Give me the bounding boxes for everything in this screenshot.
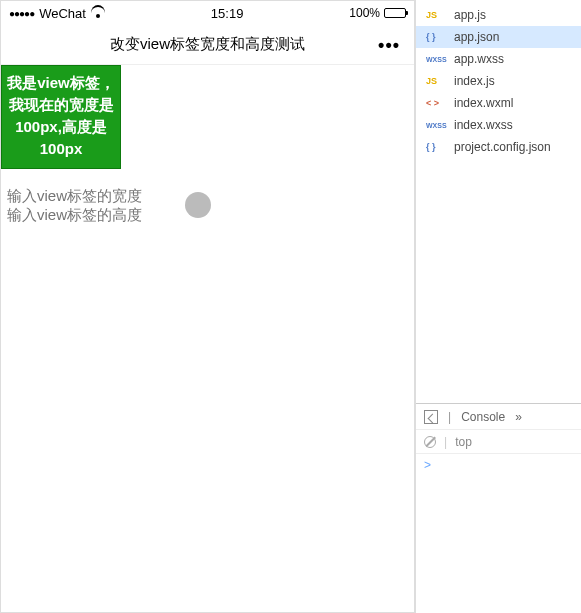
carrier-label: WeChat: [39, 6, 86, 21]
file-item[interactable]: < >index.wxml: [416, 92, 581, 114]
console-prompt: >: [424, 458, 431, 472]
touch-indicator-icon: [185, 192, 211, 218]
file-item[interactable]: WXSSindex.wxss: [416, 114, 581, 136]
file-name: app.wxss: [454, 52, 504, 66]
battery-percent: 100%: [349, 6, 380, 20]
page-title: 改变view标签宽度和高度测试: [110, 35, 305, 54]
file-tree: JSapp.js{ }app.jsonWXSSapp.wxssJSindex.j…: [416, 0, 581, 403]
file-type-icon: < >: [426, 98, 448, 108]
file-item[interactable]: { }project.config.json: [416, 136, 581, 158]
demo-view-box: 我是view标签，我现在的宽度是100px,高度是100px: [1, 65, 121, 169]
page-nav-bar: 改变view标签宽度和高度测试 •••: [1, 25, 414, 65]
file-name: index.js: [454, 74, 495, 88]
phone-status-bar: ●●●●● WeChat 15:19 100%: [1, 1, 414, 25]
wifi-icon: [91, 8, 105, 18]
file-type-icon: JS: [426, 10, 448, 20]
clock-label: 15:19: [211, 6, 244, 21]
file-item[interactable]: { }app.json: [416, 26, 581, 48]
more-tabs-icon[interactable]: »: [515, 410, 522, 424]
file-item[interactable]: JSapp.js: [416, 4, 581, 26]
console-filter-bar: | top: [416, 430, 581, 454]
page-content: 我是view标签，我现在的宽度是100px,高度是100px: [1, 65, 414, 223]
file-name: index.wxss: [454, 118, 513, 132]
file-item[interactable]: JSindex.js: [416, 70, 581, 92]
file-type-icon: { }: [426, 32, 448, 42]
clear-console-icon[interactable]: [424, 436, 436, 448]
height-input[interactable]: [7, 206, 177, 223]
element-picker-icon[interactable]: [424, 410, 438, 424]
console-body[interactable]: >: [416, 454, 581, 613]
file-name: app.js: [454, 8, 486, 22]
width-input[interactable]: [7, 187, 177, 204]
battery-icon: [384, 8, 406, 18]
file-name: index.wxml: [454, 96, 513, 110]
side-panel: JSapp.js{ }app.jsonWXSSapp.wxssJSindex.j…: [415, 0, 581, 613]
console-tabs: | Console »: [416, 404, 581, 430]
file-type-icon: WXSS: [426, 56, 448, 63]
file-type-icon: JS: [426, 76, 448, 86]
signal-dots-icon: ●●●●●: [9, 8, 34, 19]
file-type-icon: { }: [426, 142, 448, 152]
file-name: project.config.json: [454, 140, 551, 154]
context-select[interactable]: top: [455, 435, 472, 449]
tab-console[interactable]: Console: [461, 410, 505, 424]
file-name: app.json: [454, 30, 499, 44]
file-item[interactable]: WXSSapp.wxss: [416, 48, 581, 70]
simulator-pane: ●●●●● WeChat 15:19 100% 改变view标签宽度和高度测试 …: [0, 0, 415, 613]
console-panel: | Console » | top >: [416, 403, 581, 613]
menu-dots-icon[interactable]: •••: [378, 34, 400, 55]
file-type-icon: WXSS: [426, 122, 448, 129]
inputs-row: [1, 187, 414, 223]
